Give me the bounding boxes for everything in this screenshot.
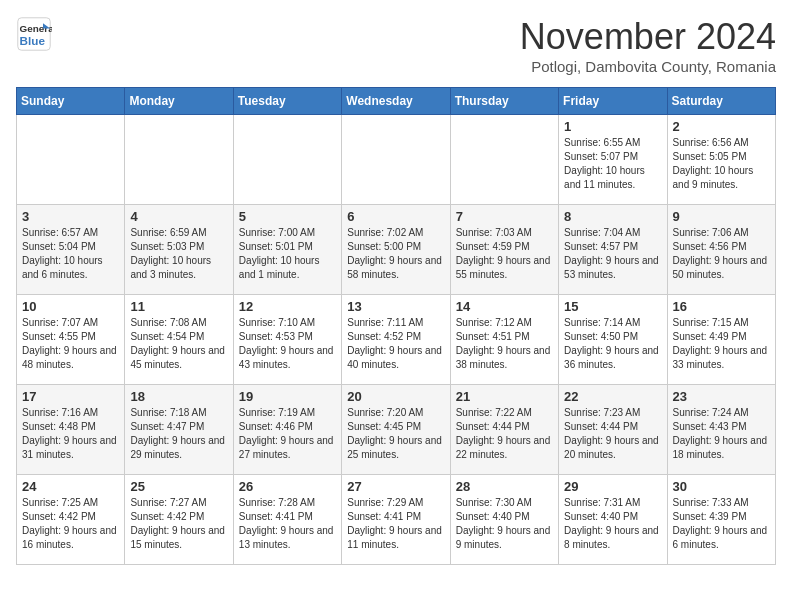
day-info: Sunrise: 7:22 AM Sunset: 4:44 PM Dayligh…	[456, 406, 553, 462]
calendar-cell: 5Sunrise: 7:00 AM Sunset: 5:01 PM Daylig…	[233, 205, 341, 295]
calendar-cell: 14Sunrise: 7:12 AM Sunset: 4:51 PM Dayli…	[450, 295, 558, 385]
calendar-cell: 12Sunrise: 7:10 AM Sunset: 4:53 PM Dayli…	[233, 295, 341, 385]
calendar-cell: 26Sunrise: 7:28 AM Sunset: 4:41 PM Dayli…	[233, 475, 341, 565]
calendar-cell: 11Sunrise: 7:08 AM Sunset: 4:54 PM Dayli…	[125, 295, 233, 385]
logo: General Blue	[16, 16, 52, 52]
day-number: 8	[564, 209, 661, 224]
day-number: 5	[239, 209, 336, 224]
calendar-cell: 4Sunrise: 6:59 AM Sunset: 5:03 PM Daylig…	[125, 205, 233, 295]
calendar-cell	[125, 115, 233, 205]
day-number: 12	[239, 299, 336, 314]
day-info: Sunrise: 7:02 AM Sunset: 5:00 PM Dayligh…	[347, 226, 444, 282]
calendar-cell: 19Sunrise: 7:19 AM Sunset: 4:46 PM Dayli…	[233, 385, 341, 475]
calendar-cell: 6Sunrise: 7:02 AM Sunset: 5:00 PM Daylig…	[342, 205, 450, 295]
calendar-cell: 8Sunrise: 7:04 AM Sunset: 4:57 PM Daylig…	[559, 205, 667, 295]
weekday-header-friday: Friday	[559, 88, 667, 115]
day-number: 16	[673, 299, 770, 314]
location: Potlogi, Dambovita County, Romania	[520, 58, 776, 75]
calendar-cell: 21Sunrise: 7:22 AM Sunset: 4:44 PM Dayli…	[450, 385, 558, 475]
day-number: 3	[22, 209, 119, 224]
day-info: Sunrise: 7:27 AM Sunset: 4:42 PM Dayligh…	[130, 496, 227, 552]
day-number: 26	[239, 479, 336, 494]
calendar-cell: 24Sunrise: 7:25 AM Sunset: 4:42 PM Dayli…	[17, 475, 125, 565]
calendar-cell	[450, 115, 558, 205]
day-number: 13	[347, 299, 444, 314]
calendar-cell: 27Sunrise: 7:29 AM Sunset: 4:41 PM Dayli…	[342, 475, 450, 565]
calendar-cell	[233, 115, 341, 205]
day-info: Sunrise: 7:33 AM Sunset: 4:39 PM Dayligh…	[673, 496, 770, 552]
day-info: Sunrise: 7:07 AM Sunset: 4:55 PM Dayligh…	[22, 316, 119, 372]
calendar-cell: 22Sunrise: 7:23 AM Sunset: 4:44 PM Dayli…	[559, 385, 667, 475]
day-number: 28	[456, 479, 553, 494]
day-info: Sunrise: 7:08 AM Sunset: 4:54 PM Dayligh…	[130, 316, 227, 372]
day-number: 1	[564, 119, 661, 134]
day-info: Sunrise: 6:56 AM Sunset: 5:05 PM Dayligh…	[673, 136, 770, 192]
day-number: 29	[564, 479, 661, 494]
day-info: Sunrise: 7:14 AM Sunset: 4:50 PM Dayligh…	[564, 316, 661, 372]
calendar-cell: 18Sunrise: 7:18 AM Sunset: 4:47 PM Dayli…	[125, 385, 233, 475]
calendar-cell: 7Sunrise: 7:03 AM Sunset: 4:59 PM Daylig…	[450, 205, 558, 295]
day-number: 23	[673, 389, 770, 404]
calendar-cell: 23Sunrise: 7:24 AM Sunset: 4:43 PM Dayli…	[667, 385, 775, 475]
day-number: 24	[22, 479, 119, 494]
calendar-cell: 1Sunrise: 6:55 AM Sunset: 5:07 PM Daylig…	[559, 115, 667, 205]
day-info: Sunrise: 7:03 AM Sunset: 4:59 PM Dayligh…	[456, 226, 553, 282]
day-info: Sunrise: 7:15 AM Sunset: 4:49 PM Dayligh…	[673, 316, 770, 372]
day-number: 20	[347, 389, 444, 404]
day-info: Sunrise: 7:25 AM Sunset: 4:42 PM Dayligh…	[22, 496, 119, 552]
title-block: November 2024 Potlogi, Dambovita County,…	[520, 16, 776, 75]
day-number: 30	[673, 479, 770, 494]
calendar-cell: 17Sunrise: 7:16 AM Sunset: 4:48 PM Dayli…	[17, 385, 125, 475]
day-number: 18	[130, 389, 227, 404]
calendar-cell: 3Sunrise: 6:57 AM Sunset: 5:04 PM Daylig…	[17, 205, 125, 295]
day-info: Sunrise: 7:20 AM Sunset: 4:45 PM Dayligh…	[347, 406, 444, 462]
month-title: November 2024	[520, 16, 776, 58]
page-header: General Blue November 2024 Potlogi, Damb…	[16, 16, 776, 75]
day-info: Sunrise: 7:06 AM Sunset: 4:56 PM Dayligh…	[673, 226, 770, 282]
day-info: Sunrise: 7:23 AM Sunset: 4:44 PM Dayligh…	[564, 406, 661, 462]
calendar-cell: 25Sunrise: 7:27 AM Sunset: 4:42 PM Dayli…	[125, 475, 233, 565]
svg-text:Blue: Blue	[20, 34, 46, 47]
day-info: Sunrise: 7:19 AM Sunset: 4:46 PM Dayligh…	[239, 406, 336, 462]
svg-text:General: General	[20, 23, 52, 34]
weekday-header-monday: Monday	[125, 88, 233, 115]
weekday-header-saturday: Saturday	[667, 88, 775, 115]
day-info: Sunrise: 7:12 AM Sunset: 4:51 PM Dayligh…	[456, 316, 553, 372]
calendar-cell: 13Sunrise: 7:11 AM Sunset: 4:52 PM Dayli…	[342, 295, 450, 385]
day-info: Sunrise: 7:16 AM Sunset: 4:48 PM Dayligh…	[22, 406, 119, 462]
day-info: Sunrise: 7:31 AM Sunset: 4:40 PM Dayligh…	[564, 496, 661, 552]
calendar-cell: 10Sunrise: 7:07 AM Sunset: 4:55 PM Dayli…	[17, 295, 125, 385]
day-info: Sunrise: 7:30 AM Sunset: 4:40 PM Dayligh…	[456, 496, 553, 552]
weekday-header-tuesday: Tuesday	[233, 88, 341, 115]
calendar-cell	[17, 115, 125, 205]
weekday-header-thursday: Thursday	[450, 88, 558, 115]
day-info: Sunrise: 7:04 AM Sunset: 4:57 PM Dayligh…	[564, 226, 661, 282]
calendar-cell: 20Sunrise: 7:20 AM Sunset: 4:45 PM Dayli…	[342, 385, 450, 475]
logo-icon: General Blue	[16, 16, 52, 52]
day-info: Sunrise: 6:55 AM Sunset: 5:07 PM Dayligh…	[564, 136, 661, 192]
day-info: Sunrise: 7:18 AM Sunset: 4:47 PM Dayligh…	[130, 406, 227, 462]
day-number: 4	[130, 209, 227, 224]
calendar-cell: 16Sunrise: 7:15 AM Sunset: 4:49 PM Dayli…	[667, 295, 775, 385]
day-number: 2	[673, 119, 770, 134]
day-number: 27	[347, 479, 444, 494]
calendar-cell: 15Sunrise: 7:14 AM Sunset: 4:50 PM Dayli…	[559, 295, 667, 385]
day-info: Sunrise: 7:00 AM Sunset: 5:01 PM Dayligh…	[239, 226, 336, 282]
day-number: 6	[347, 209, 444, 224]
calendar-cell: 9Sunrise: 7:06 AM Sunset: 4:56 PM Daylig…	[667, 205, 775, 295]
day-info: Sunrise: 7:29 AM Sunset: 4:41 PM Dayligh…	[347, 496, 444, 552]
day-info: Sunrise: 6:59 AM Sunset: 5:03 PM Dayligh…	[130, 226, 227, 282]
day-number: 9	[673, 209, 770, 224]
day-info: Sunrise: 6:57 AM Sunset: 5:04 PM Dayligh…	[22, 226, 119, 282]
day-number: 7	[456, 209, 553, 224]
day-number: 21	[456, 389, 553, 404]
weekday-header-sunday: Sunday	[17, 88, 125, 115]
day-number: 14	[456, 299, 553, 314]
calendar-table: SundayMondayTuesdayWednesdayThursdayFrid…	[16, 87, 776, 565]
day-info: Sunrise: 7:28 AM Sunset: 4:41 PM Dayligh…	[239, 496, 336, 552]
day-info: Sunrise: 7:24 AM Sunset: 4:43 PM Dayligh…	[673, 406, 770, 462]
day-number: 17	[22, 389, 119, 404]
day-number: 19	[239, 389, 336, 404]
weekday-header-wednesday: Wednesday	[342, 88, 450, 115]
day-number: 15	[564, 299, 661, 314]
